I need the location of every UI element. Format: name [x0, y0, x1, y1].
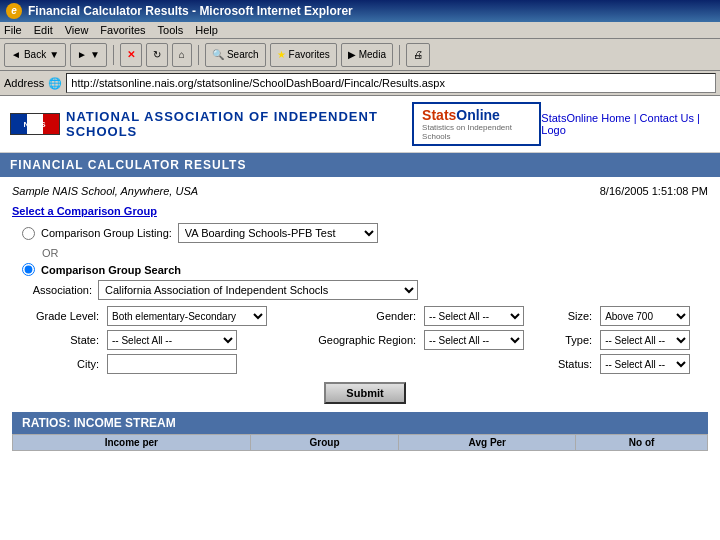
- stop-icon: ✕: [127, 49, 135, 60]
- back-button[interactable]: ◄ Back ▼: [4, 43, 66, 67]
- home-button[interactable]: ⌂: [172, 43, 192, 67]
- toolbar: ◄ Back ▼ ► ▼ ✕ ↻ ⌂ 🔍 Search ★ Favorites …: [0, 39, 720, 71]
- school-name: Sample NAIS School, Anywhere, USA: [12, 185, 198, 197]
- table-row: [13, 451, 708, 463]
- favorites-button[interactable]: ★ Favorites: [270, 43, 337, 67]
- separator3: [399, 45, 400, 65]
- stats-home-link[interactable]: StatsOnline Home: [541, 112, 630, 124]
- state-label: State:: [22, 328, 103, 352]
- main-content: Sample NAIS School, Anywhere, USA 8/16/2…: [0, 177, 720, 470]
- contact-link[interactable]: Contact Us: [640, 112, 694, 124]
- logo-link[interactable]: Logo: [541, 124, 565, 136]
- home-icon: ⌂: [179, 49, 185, 60]
- forward-dropdown: ▼: [90, 49, 100, 60]
- page-icon: 🌐: [48, 77, 62, 90]
- radio-row-2: Comparison Group Search: [22, 263, 708, 276]
- forward-button[interactable]: ► ▼: [70, 43, 107, 67]
- radio-listing[interactable]: [22, 227, 35, 240]
- menu-tools[interactable]: Tools: [158, 24, 184, 36]
- menu-file[interactable]: File: [4, 24, 22, 36]
- submit-row: Submit: [22, 382, 708, 404]
- fields-table: Grade Level: Both elementary-Secondary G…: [22, 304, 708, 376]
- grade-label: Grade Level:: [22, 304, 103, 328]
- ratios-table: Income per Group Avg Per No of: [12, 434, 708, 462]
- title-bar: e Financial Calculator Results - Microso…: [0, 0, 720, 22]
- radio-search[interactable]: [22, 263, 35, 276]
- col-avg: Avg Per: [399, 435, 576, 451]
- ratios-header: RATIOS: INCOME STREAM: [12, 412, 708, 434]
- association-select[interactable]: California Association of Independent Sc…: [98, 280, 418, 300]
- city-input[interactable]: [107, 354, 237, 374]
- grade-select[interactable]: Both elementary-Secondary: [107, 306, 267, 326]
- ie-icon: e: [6, 3, 22, 19]
- nais-flag-box: NAIS: [10, 113, 60, 135]
- size-label: Size:: [543, 304, 596, 328]
- back-icon: ◄: [11, 49, 21, 60]
- stats-subtitle: Statistics on Independent Schools: [422, 123, 531, 141]
- geo-region-label: Geographic Region:: [295, 328, 420, 352]
- gender-select[interactable]: -- Select All --: [424, 306, 524, 326]
- date-time: 8/16/2005 1:51:08 PM: [600, 185, 708, 197]
- geo-region-select[interactable]: -- Select All --: [424, 330, 524, 350]
- address-label: Address: [4, 77, 44, 89]
- org-name: NATIONAL ASSOCIATION OF INDEPENDENT SCHO…: [66, 109, 412, 139]
- size-select[interactable]: Above 700: [600, 306, 690, 326]
- separator2: [198, 45, 199, 65]
- menu-help[interactable]: Help: [195, 24, 218, 36]
- col-no: No of: [576, 435, 708, 451]
- type-label: Type:: [543, 328, 596, 352]
- star-icon: ★: [277, 49, 286, 60]
- form-section: Comparison Group Listing: VA Boarding Sc…: [12, 223, 708, 404]
- comparison-group-link[interactable]: Select a Comparison Group: [12, 205, 157, 217]
- association-row: Association: California Association of I…: [22, 280, 708, 300]
- city-label: City:: [22, 352, 103, 376]
- stats-online-logo: StatsOnline Statistics on Independent Sc…: [412, 102, 541, 146]
- nais-flag: NAIS: [10, 113, 60, 135]
- window-title: Financial Calculator Results - Microsoft…: [28, 4, 353, 18]
- search-icon: 🔍: [212, 49, 224, 60]
- refresh-icon: ↻: [153, 49, 161, 60]
- col-group: Group: [250, 435, 399, 451]
- media-button[interactable]: ▶ Media: [341, 43, 393, 67]
- address-bar: Address 🌐: [0, 71, 720, 96]
- status-label: Status:: [543, 352, 596, 376]
- nais-header: NAIS NATIONAL ASSOCIATION OF INDEPENDENT…: [0, 96, 720, 153]
- address-input[interactable]: [66, 73, 716, 93]
- stats-text: Stats: [422, 107, 456, 123]
- listing-select[interactable]: VA Boarding Schools-PFB Test: [178, 223, 378, 243]
- type-select[interactable]: -- Select All --: [600, 330, 690, 350]
- menu-view[interactable]: View: [65, 24, 89, 36]
- nav-links: StatsOnline Home | Contact Us | Logo: [541, 112, 710, 136]
- search-button[interactable]: 🔍 Search: [205, 43, 266, 67]
- gender-label: Gender:: [295, 304, 420, 328]
- radio-row-1: Comparison Group Listing: VA Boarding Sc…: [22, 223, 708, 243]
- radio-search-label: Comparison Group Search: [41, 264, 181, 276]
- menu-edit[interactable]: Edit: [34, 24, 53, 36]
- separator: [113, 45, 114, 65]
- online-text: Online: [456, 107, 500, 123]
- association-label: Association:: [22, 284, 92, 296]
- menu-favorites[interactable]: Favorites: [100, 24, 145, 36]
- or-label: OR: [42, 247, 708, 259]
- page-content: NAIS NATIONAL ASSOCIATION OF INDEPENDENT…: [0, 96, 720, 470]
- state-select[interactable]: -- Select All --: [107, 330, 237, 350]
- stop-button[interactable]: ✕: [120, 43, 142, 67]
- menu-bar: File Edit View Favorites Tools Help: [0, 22, 720, 39]
- forward-icon: ►: [77, 49, 87, 60]
- print-button[interactable]: 🖨: [406, 43, 430, 67]
- status-select[interactable]: -- Select All --: [600, 354, 690, 374]
- dropdown-arrow: ▼: [49, 49, 59, 60]
- nais-logo-area: NAIS NATIONAL ASSOCIATION OF INDEPENDENT…: [10, 109, 412, 139]
- media-icon: ▶: [348, 49, 356, 60]
- section-header: FINANCIAL CALCULATOR RESULTS: [0, 153, 720, 177]
- submit-button[interactable]: Submit: [324, 382, 405, 404]
- school-info: Sample NAIS School, Anywhere, USA 8/16/2…: [12, 185, 708, 197]
- col-income: Income per: [13, 435, 251, 451]
- refresh-button[interactable]: ↻: [146, 43, 168, 67]
- printer-icon: 🖨: [413, 49, 423, 60]
- radio-listing-label: Comparison Group Listing:: [41, 227, 172, 239]
